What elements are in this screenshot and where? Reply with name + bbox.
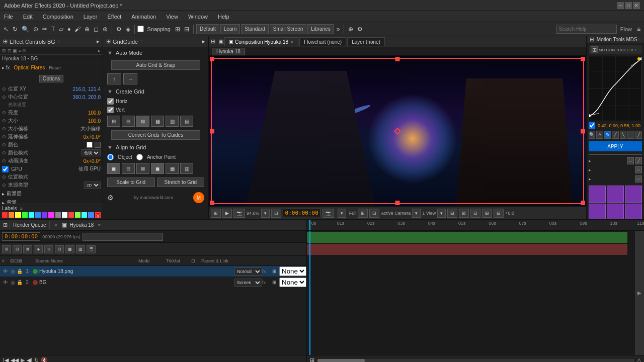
tl-time-display[interactable]: 0:00:00:00: [2, 232, 40, 241]
align-icon-2[interactable]: ⊟: [122, 163, 135, 174]
create-grid-section[interactable]: ▼ Create Grid: [103, 86, 208, 97]
tl-bar-layer2[interactable]: [307, 244, 627, 255]
tool-extra2[interactable]: ◈: [124, 26, 132, 33]
label-sky[interactable]: [88, 212, 94, 218]
snapping-icon2[interactable]: ⊟: [183, 26, 191, 33]
tl-prev-icon[interactable]: ◀◀: [11, 357, 19, 362]
libraries-btn[interactable]: Libraries: [307, 24, 334, 34]
menu-edit[interactable]: Edit: [21, 14, 35, 20]
tool-mask[interactable]: ♦: [66, 26, 72, 33]
mt-icon-d[interactable]: ○: [635, 175, 642, 183]
menu-effect[interactable]: Effect: [105, 14, 123, 20]
label-purple[interactable]: [42, 212, 47, 218]
label-cyan[interactable]: [29, 212, 34, 218]
tool-select[interactable]: ↖: [2, 26, 10, 33]
label-lime[interactable]: [75, 212, 80, 218]
tool-clone[interactable]: ⊕: [83, 26, 91, 33]
layer1-parent-select[interactable]: None: [279, 266, 306, 276]
layer2-lock[interactable]: 🔒: [16, 280, 23, 285]
comp-tab-close-1[interactable]: ✕: [290, 40, 294, 44]
grid-pattern-6[interactable]: ▤: [180, 116, 193, 127]
vert-checkbox[interactable]: [107, 107, 114, 113]
layer2-mode-select[interactable]: Screen: [234, 279, 262, 287]
tool-search[interactable]: 🔍: [20, 26, 31, 33]
fx-reset[interactable]: Reset: [49, 65, 61, 70]
auto-grid-snap-btn[interactable]: Auto Grid & Snap: [111, 60, 200, 70]
convert-grids-btn[interactable]: Convert Grids To Guides: [111, 130, 200, 140]
standard-btn[interactable]: Standard: [241, 24, 269, 34]
comp-viewer[interactable]: [209, 56, 586, 206]
tool-rotate[interactable]: ↻: [11, 26, 19, 33]
tl-loop-icon[interactable]: ↻: [34, 357, 39, 362]
grid-pattern-1[interactable]: ⊞: [107, 116, 120, 127]
left-panel-expand[interactable]: ▸: [97, 38, 100, 45]
viewer-btn3[interactable]: ⊟: [447, 209, 457, 218]
align-icon-4[interactable]: ◼: [151, 163, 164, 174]
align-icon-3[interactable]: ⊠: [136, 163, 149, 174]
scale-to-grid-btn[interactable]: Scale to Grid: [107, 177, 155, 187]
tab-layer[interactable]: Layer (none): [347, 37, 385, 46]
mt-icon-c[interactable]: ○: [635, 166, 642, 173]
label-close[interactable]: ✕: [95, 212, 101, 218]
layer2-parent-select[interactable]: None: [279, 278, 306, 287]
menu-window[interactable]: Window: [186, 14, 210, 20]
gpu-checkbox[interactable]: [2, 166, 9, 172]
default-btn[interactable]: Default: [196, 24, 219, 34]
align-grid-section[interactable]: ▼ Align to Grid: [103, 142, 208, 153]
comp-snapshot-btn[interactable]: 📷: [233, 209, 245, 218]
grid-pattern-2[interactable]: ⊟: [122, 116, 135, 127]
tool-pen[interactable]: ✏: [41, 26, 49, 33]
purple-cell-2[interactable]: [607, 186, 624, 203]
tool-brush[interactable]: 🖌: [73, 26, 82, 33]
purple-cell-4[interactable]: [589, 204, 606, 219]
tl-scrollbar-thumb[interactable]: [317, 359, 365, 362]
label-red2[interactable]: [68, 212, 74, 218]
camera-select[interactable]: ▾: [412, 209, 421, 218]
auto-mode-section[interactable]: ▼ Auto Mode: [103, 47, 208, 58]
edit-icon-btn[interactable]: ✎: [604, 131, 611, 139]
menu-composition[interactable]: Composition: [41, 14, 75, 20]
grid-pattern-3[interactable]: ⊠: [136, 116, 149, 127]
zoom-select[interactable]: ▾: [261, 209, 270, 218]
grid-panel-expand[interactable]: ▸: [202, 38, 205, 45]
menu-view[interactable]: View: [164, 14, 180, 20]
line-icon-3[interactable]: ─: [627, 131, 634, 139]
tl-scrollbar[interactable]: [317, 359, 634, 362]
comp-grid-btn[interactable]: ⊞: [211, 209, 221, 218]
tl-bar-layer1[interactable]: [307, 232, 627, 243]
layer2-color[interactable]: [33, 280, 38, 285]
tools-icon[interactable]: ⊕: [347, 26, 355, 33]
layer-row-2[interactable]: 👁 ◎ 🔒 2 BG Screen fx ⊞: [0, 277, 306, 288]
color-swatch-dark[interactable]: [95, 142, 101, 148]
tl-btn-7[interactable]: ▦: [65, 245, 74, 253]
search-icon-btn[interactable]: 🔍: [589, 131, 595, 139]
layer2-eye[interactable]: 👁: [2, 280, 9, 285]
label-gray[interactable]: [55, 212, 61, 218]
viewer-btn5[interactable]: ⊡: [470, 209, 480, 218]
mt-icon-a[interactable]: ─: [627, 157, 634, 164]
label-red[interactable]: [2, 212, 8, 218]
layer-row-1[interactable]: 👁 ◎ 🔒 1 Hyouka 18.png Normal fx ⊞: [0, 266, 306, 277]
snapping-checkbox[interactable]: [137, 26, 144, 32]
tl-search-input[interactable]: [83, 233, 163, 241]
time-display[interactable]: 0:00:00:00: [283, 209, 321, 217]
tool-shape[interactable]: ▱: [57, 26, 65, 33]
small-screen-btn[interactable]: Small Screen: [270, 24, 306, 34]
label-white[interactable]: [62, 212, 67, 218]
tl-btn-8[interactable]: ▥: [76, 245, 85, 253]
layer1-color[interactable]: [33, 269, 38, 274]
purple-cell-5[interactable]: [607, 204, 624, 219]
tl-expand-icon[interactable]: △: [637, 357, 641, 362]
label-blue[interactable]: [35, 212, 41, 218]
viewer-btn7[interactable]: ⊟: [494, 209, 504, 218]
layer2-icon1[interactable]: ⊞: [272, 280, 276, 285]
fx-optical-flares-row[interactable]: ▸ fx Optical Flares Reset: [0, 64, 103, 71]
viewer-btn6[interactable]: ⊞: [482, 209, 492, 218]
tl-start-icon[interactable]: |◀: [3, 357, 9, 362]
align-icon-6[interactable]: ▥: [180, 163, 193, 174]
object-radio[interactable]: [107, 154, 114, 160]
purple-cell-6[interactable]: [625, 204, 642, 219]
tool-eraser[interactable]: ◻: [92, 26, 100, 33]
apply-btn[interactable]: APPLY: [589, 141, 642, 151]
tl-home-icon[interactable]: ⊞: [310, 357, 314, 362]
